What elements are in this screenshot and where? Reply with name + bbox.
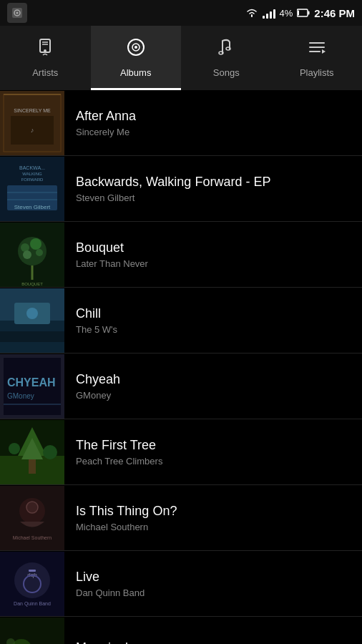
album-title: Chyeah bbox=[76, 372, 351, 387]
album-thumb: Michael Southern bbox=[0, 486, 64, 550]
tab-artists-label: Artists bbox=[32, 67, 58, 78]
svg-point-58 bbox=[43, 445, 57, 459]
list-item[interactable]: dqb Dan Quinn Band Live Dan Quinn Band bbox=[0, 551, 362, 617]
album-info: Chill The 5 W's bbox=[64, 306, 362, 335]
battery-level: 4% bbox=[280, 8, 293, 19]
svg-point-9 bbox=[44, 49, 47, 52]
svg-point-61 bbox=[26, 502, 38, 513]
album-thumb: CHYEAH GMoney bbox=[0, 354, 64, 419]
svg-text:Steven Gilbert: Steven Gilbert bbox=[14, 204, 51, 210]
nav-tabs: Artists Albums Songs bbox=[0, 26, 362, 90]
tab-albums[interactable]: Albums bbox=[91, 26, 182, 90]
svg-rect-56 bbox=[29, 459, 36, 474]
album-thumb: SINCERELY ME ♪ bbox=[0, 91, 64, 155]
tab-playlists[interactable]: Playlists bbox=[272, 26, 363, 90]
album-thumb: BACKWA... WALKING FORWARD Steven Gilbert bbox=[0, 157, 64, 221]
playlists-icon bbox=[306, 36, 328, 63]
svg-rect-46 bbox=[0, 331, 64, 342]
status-left bbox=[7, 3, 27, 23]
signal-icon bbox=[263, 7, 275, 19]
songs-icon bbox=[215, 36, 237, 63]
svg-point-37 bbox=[36, 249, 43, 256]
album-artist: Sincerely Me bbox=[76, 127, 351, 137]
list-item[interactable]: The First Tree Peach Tree Climbers bbox=[0, 419, 362, 485]
svg-point-2 bbox=[16, 12, 19, 14]
album-artist: Michael Southern bbox=[76, 522, 351, 532]
album-title: Chill bbox=[76, 306, 351, 321]
tab-songs-label: Songs bbox=[213, 67, 240, 78]
svg-text:BOUQUET: BOUQUET bbox=[21, 282, 43, 286]
list-item[interactable]: Michael Southern Is This Thing On? Micha… bbox=[0, 485, 362, 551]
svg-text:CHYEAH: CHYEAH bbox=[7, 376, 56, 389]
list-item[interactable]: CHYEAH GMoney Chyeah GMoney bbox=[0, 353, 362, 419]
status-right: 4% 2:46 PM bbox=[245, 7, 356, 19]
list-item[interactable]: BACKWA... WALKING FORWARD Steven Gilbert… bbox=[0, 156, 362, 222]
svg-rect-5 bbox=[298, 11, 299, 16]
list-item[interactable]: SINCERELY ME ♪ After Anna Sincerely Me bbox=[0, 90, 362, 156]
svg-point-45 bbox=[26, 308, 38, 319]
album-info: Is This Thing On? Michael Southern bbox=[64, 504, 362, 532]
album-artist: Dan Quinn Band bbox=[76, 587, 351, 598]
svg-text:BACKWA...: BACKWA... bbox=[19, 165, 45, 170]
album-title: After Anna bbox=[76, 109, 351, 124]
svg-text:WALKING: WALKING bbox=[22, 172, 42, 176]
album-thumb bbox=[0, 618, 64, 645]
album-title: Meaninglessness bbox=[76, 640, 351, 644]
svg-point-12 bbox=[134, 46, 137, 49]
album-title: Live bbox=[76, 570, 351, 585]
album-info: The First Tree Peach Tree Climbers bbox=[64, 438, 362, 467]
album-info: Meaninglessness bbox=[64, 640, 362, 644]
tab-songs[interactable]: Songs bbox=[181, 26, 272, 90]
svg-rect-67 bbox=[29, 570, 36, 572]
album-title: The First Tree bbox=[76, 438, 351, 453]
svg-text:Dan Quinn Band: Dan Quinn Band bbox=[14, 601, 51, 607]
app-icon bbox=[7, 3, 27, 23]
album-title: Backwards, Walking Forward - EP bbox=[76, 175, 351, 190]
album-title: Bouquet bbox=[76, 240, 351, 255]
album-info: Chyeah GMoney bbox=[64, 372, 362, 401]
album-artist: Peach Tree Climbers bbox=[76, 456, 351, 467]
svg-point-57 bbox=[9, 443, 20, 454]
svg-rect-4 bbox=[308, 11, 310, 15]
list-item[interactable]: BOUQUET Bouquet Later Than Never bbox=[0, 222, 362, 288]
album-thumb: BOUQUET bbox=[0, 223, 64, 287]
svg-text:♪: ♪ bbox=[31, 127, 34, 134]
svg-marker-18 bbox=[322, 49, 326, 54]
list-item[interactable]: Chill The 5 W's bbox=[0, 288, 362, 353]
status-bar: 4% 2:46 PM bbox=[0, 0, 362, 26]
tab-albums-label: Albums bbox=[120, 67, 151, 78]
list-item[interactable]: Meaninglessness bbox=[0, 617, 362, 644]
album-artist: Later Than Never bbox=[76, 258, 351, 269]
album-thumb bbox=[0, 288, 64, 353]
svg-text:FORWARD: FORWARD bbox=[21, 177, 44, 182]
album-artist: GMoney bbox=[76, 390, 351, 401]
album-artist: Steven Gilbert bbox=[76, 192, 351, 203]
svg-point-38 bbox=[23, 250, 31, 259]
battery-icon bbox=[297, 9, 310, 17]
svg-text:SINCERELY ME: SINCERELY ME bbox=[14, 108, 51, 113]
album-thumb bbox=[0, 420, 64, 484]
album-info: Bouquet Later Than Never bbox=[64, 240, 362, 269]
svg-text:Michael Southern: Michael Southern bbox=[13, 535, 52, 540]
album-title: Is This Thing On? bbox=[76, 504, 351, 519]
time-display: 2:46 PM bbox=[314, 7, 355, 19]
svg-text:GMoney: GMoney bbox=[7, 392, 34, 400]
album-artist: The 5 W's bbox=[76, 324, 351, 335]
tab-playlists-label: Playlists bbox=[300, 67, 334, 78]
svg-point-36 bbox=[30, 238, 41, 250]
album-info: Backwards, Walking Forward - EP Steven G… bbox=[64, 175, 362, 203]
albums-icon bbox=[125, 36, 147, 63]
wifi-icon bbox=[245, 8, 258, 18]
album-list: SINCERELY ME ♪ After Anna Sincerely Me B… bbox=[0, 90, 362, 644]
artists-icon bbox=[34, 36, 56, 63]
tab-artists[interactable]: Artists bbox=[0, 26, 91, 90]
album-thumb: dqb Dan Quinn Band bbox=[0, 552, 64, 616]
album-info: Live Dan Quinn Band bbox=[64, 570, 362, 598]
album-info: After Anna Sincerely Me bbox=[64, 109, 362, 137]
